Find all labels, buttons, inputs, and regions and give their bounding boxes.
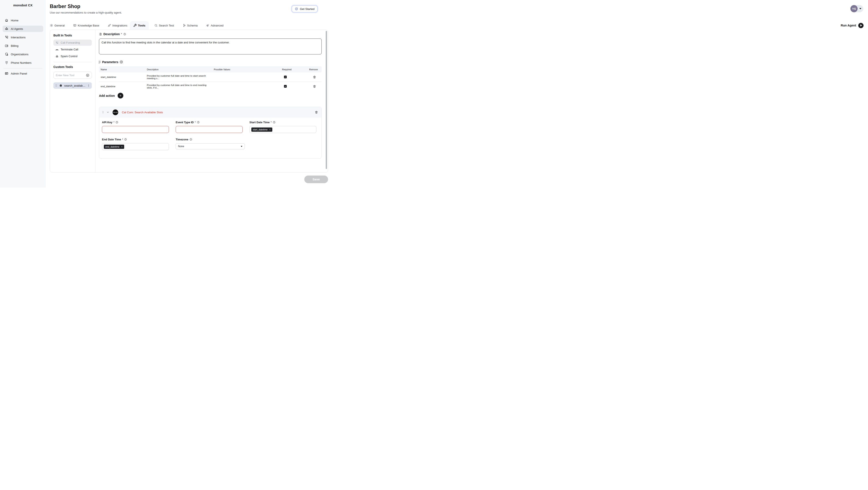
field-event-type-id: Event Type ID * bbox=[176, 121, 243, 133]
brain-icon bbox=[59, 84, 63, 87]
tab-integrations[interactable]: Integrations bbox=[107, 24, 127, 27]
admin-panel-icon bbox=[5, 72, 8, 75]
chevron-down-icon[interactable] bbox=[106, 111, 110, 114]
tool-terminate-call[interactable]: Terminate Call bbox=[53, 46, 92, 53]
new-tool-input[interactable] bbox=[56, 74, 86, 77]
column-header-remove: Remove bbox=[305, 68, 322, 71]
drag-handle-icon[interactable] bbox=[102, 111, 104, 114]
sidebar-item-label: Home bbox=[11, 19, 19, 22]
sidebar-item-admin-panel[interactable]: Admin Panel bbox=[3, 70, 43, 77]
field-label: Start Date Time bbox=[249, 121, 270, 124]
tool-call-forwarding[interactable]: Call Forwarding bbox=[53, 40, 92, 46]
sidebar-item-phone-numbers[interactable]: Phone Numbers bbox=[3, 60, 43, 66]
search-icon bbox=[154, 24, 158, 27]
tools-divider bbox=[53, 62, 92, 62]
api-key-input[interactable] bbox=[102, 126, 169, 133]
add-action: Add action bbox=[99, 93, 123, 98]
tools-column: Built In Tools Call Forwarding Terminate… bbox=[50, 30, 95, 172]
sidebar-item-interactions[interactable]: Interactions bbox=[3, 34, 43, 40]
start-date-time-input[interactable]: start_datetime bbox=[249, 126, 316, 133]
param-name: start_datetime bbox=[99, 76, 145, 78]
tab-tools[interactable]: Tools bbox=[133, 24, 145, 27]
close-icon[interactable] bbox=[121, 146, 123, 148]
help-icon[interactable] bbox=[116, 121, 118, 124]
page-title: Barber Shop bbox=[50, 3, 80, 9]
wallet-icon bbox=[5, 44, 8, 47]
document-icon bbox=[99, 33, 102, 36]
trash-icon[interactable] bbox=[313, 75, 316, 79]
description-textarea[interactable]: Call this function to find free meeting … bbox=[99, 38, 322, 55]
custom-tools-title: Custom Tools bbox=[53, 65, 92, 69]
column-header-name: Name bbox=[99, 68, 145, 71]
tab-label: Schema bbox=[187, 24, 198, 27]
tool-label: Terminate Call bbox=[61, 48, 78, 51]
action-card: Cal.com Cal Com: Search Available Slots … bbox=[99, 107, 322, 159]
help-icon[interactable] bbox=[197, 121, 199, 124]
vertical-scrollbar[interactable] bbox=[326, 31, 327, 169]
tab-schema[interactable]: Schema bbox=[182, 24, 198, 27]
table-row: start_datetime Provided by customer full… bbox=[99, 72, 322, 81]
help-icon[interactable] bbox=[123, 33, 126, 36]
field-label: API Key bbox=[102, 121, 112, 124]
sidebar-item-ai-agents[interactable]: AI Agents bbox=[3, 26, 43, 32]
circle-plus-icon[interactable] bbox=[86, 73, 89, 77]
close-icon[interactable] bbox=[269, 129, 271, 130]
sidebar-item-organizations[interactable]: Organizations bbox=[3, 51, 43, 57]
tab-label: Knowledge Base bbox=[78, 24, 99, 27]
custom-tool-search-available[interactable]: search_availab… bbox=[53, 83, 92, 89]
table-row: end_datetime Provided by customer full d… bbox=[99, 82, 322, 91]
event-type-id-input[interactable] bbox=[176, 126, 243, 133]
kebab-menu-icon[interactable] bbox=[87, 84, 90, 87]
tab-advanced[interactable]: Advanced bbox=[206, 24, 223, 27]
required-mark: * bbox=[195, 121, 196, 124]
check-icon bbox=[284, 76, 286, 78]
column-header-required: Required bbox=[280, 68, 305, 71]
field-end-date-time: End Date Time * end_datetime bbox=[102, 138, 169, 150]
wrench-icon bbox=[133, 24, 137, 27]
sidebar-item-label: Organizations bbox=[11, 53, 28, 56]
add-parameter-icon[interactable] bbox=[120, 60, 123, 64]
field-timezone: Timezone None bbox=[176, 138, 245, 150]
field-label: Timezone bbox=[176, 138, 188, 141]
check-icon bbox=[284, 85, 286, 87]
save-button[interactable]: Save bbox=[304, 175, 328, 183]
required-mark: * bbox=[113, 121, 115, 124]
tool-spam-control[interactable]: Spam Control bbox=[53, 53, 92, 59]
app-logo: monobot CX bbox=[0, 3, 46, 7]
calcom-logo-badge: Cal.com bbox=[112, 109, 119, 116]
help-icon[interactable] bbox=[273, 121, 276, 124]
param-name: end_datetime bbox=[99, 85, 145, 88]
trash-icon[interactable] bbox=[313, 85, 316, 88]
sidebar-item-label: Interactions bbox=[11, 36, 26, 39]
trash-icon[interactable] bbox=[315, 110, 318, 114]
get-started-button[interactable]: Get Started bbox=[292, 5, 317, 12]
drag-handle-icon[interactable] bbox=[98, 60, 101, 64]
action-card-header: Cal.com Cal Com: Search Available Slots bbox=[99, 107, 321, 118]
tool-label: Spam Control bbox=[61, 55, 78, 58]
timezone-select[interactable]: None bbox=[176, 143, 245, 149]
gear-icon bbox=[50, 24, 53, 27]
tab-knowledge-base[interactable]: Knowledge Base bbox=[73, 24, 99, 27]
sidebar-item-billing[interactable]: Billing bbox=[3, 42, 43, 49]
dialpad-icon bbox=[5, 61, 8, 65]
tab-search-test[interactable]: Search Test bbox=[154, 24, 174, 27]
main-area: Barber Shop Use our recommendations to c… bbox=[46, 0, 332, 188]
tab-label: Tools bbox=[138, 24, 145, 27]
tab-general[interactable]: General bbox=[50, 24, 65, 27]
phone-off-icon bbox=[55, 48, 59, 51]
custom-tool-label: search_availab… bbox=[64, 84, 85, 87]
parameters-label: Parameters bbox=[102, 60, 118, 64]
tab-tools-active[interactable]: Tools bbox=[130, 21, 149, 30]
sidebar-item-home[interactable]: Home bbox=[3, 17, 43, 24]
help-icon[interactable] bbox=[124, 138, 127, 141]
add-action-button[interactable] bbox=[118, 93, 123, 98]
home-icon bbox=[5, 19, 8, 22]
param-description: Provided by customer full date and time … bbox=[145, 84, 212, 89]
required-checkbox[interactable] bbox=[284, 75, 287, 78]
required-checkbox[interactable] bbox=[284, 85, 287, 88]
help-icon[interactable] bbox=[189, 138, 192, 141]
drag-handle-icon[interactable] bbox=[55, 84, 57, 87]
description-header: Description * bbox=[99, 32, 126, 36]
end-date-time-input[interactable]: end_datetime bbox=[102, 143, 169, 150]
timezone-value: None bbox=[178, 145, 184, 148]
